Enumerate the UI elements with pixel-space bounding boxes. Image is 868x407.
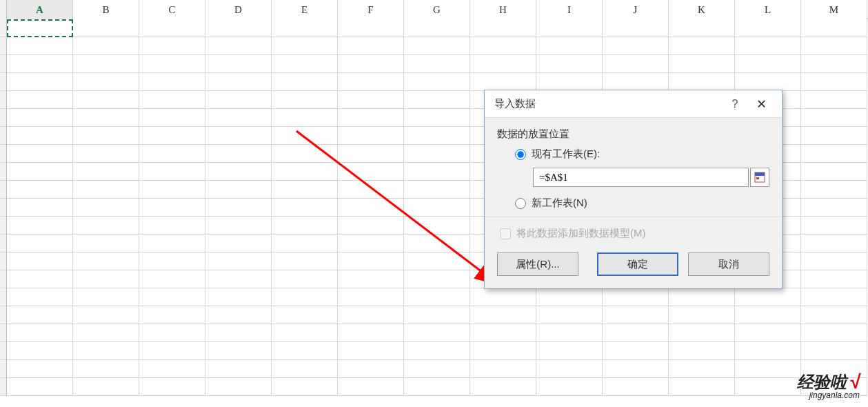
cell[interactable] (735, 73, 801, 91)
row-header[interactable] (0, 163, 7, 181)
row-header[interactable] (0, 217, 7, 235)
cell[interactable] (7, 181, 73, 199)
cell[interactable] (669, 378, 735, 396)
cell[interactable] (801, 217, 867, 235)
cell[interactable] (73, 109, 139, 127)
cell[interactable] (338, 181, 404, 199)
row-header[interactable] (0, 145, 7, 163)
cell[interactable] (73, 378, 139, 396)
cell[interactable] (404, 19, 470, 37)
col-header-H[interactable]: H (470, 0, 536, 19)
cell[interactable] (205, 217, 272, 235)
row-header[interactable] (0, 342, 7, 360)
cell[interactable] (536, 342, 603, 360)
col-header-K[interactable]: K (669, 0, 735, 19)
cell[interactable] (7, 378, 73, 396)
cell[interactable] (404, 109, 470, 127)
row-header[interactable] (0, 37, 7, 55)
cell[interactable] (205, 378, 272, 396)
cell[interactable] (272, 163, 338, 181)
cell[interactable] (603, 378, 669, 396)
cell[interactable] (205, 342, 272, 360)
cell[interactable] (669, 19, 735, 37)
cell[interactable] (801, 199, 867, 217)
cell[interactable] (735, 55, 801, 73)
cell[interactable] (338, 19, 404, 37)
cell[interactable] (272, 145, 338, 163)
cell[interactable] (603, 55, 669, 73)
cell[interactable] (139, 91, 205, 109)
cell[interactable] (73, 55, 139, 73)
cell[interactable] (272, 199, 338, 217)
cell[interactable] (272, 181, 338, 199)
cell[interactable] (603, 342, 669, 360)
cell[interactable] (7, 270, 73, 288)
col-header-B[interactable]: B (73, 0, 139, 19)
cell[interactable] (205, 163, 272, 181)
cell[interactable] (139, 37, 205, 55)
cell[interactable] (272, 360, 338, 378)
cell[interactable] (470, 324, 536, 342)
cell[interactable] (139, 199, 205, 217)
cell[interactable] (73, 360, 139, 378)
cell[interactable] (272, 127, 338, 145)
cell[interactable] (801, 37, 867, 55)
cell[interactable] (73, 145, 139, 163)
cell[interactable] (205, 235, 272, 252)
col-header-I[interactable]: I (536, 0, 603, 19)
cell[interactable] (73, 73, 139, 91)
cell[interactable] (470, 288, 536, 306)
cell[interactable] (205, 19, 272, 37)
cell[interactable] (404, 378, 470, 396)
cell[interactable] (801, 324, 867, 342)
cell[interactable] (338, 288, 404, 306)
cell[interactable] (404, 145, 470, 163)
cell[interactable] (272, 55, 338, 73)
cell[interactable] (272, 217, 338, 235)
cell[interactable] (205, 145, 272, 163)
cell[interactable] (603, 288, 669, 306)
cell[interactable] (139, 163, 205, 181)
cell[interactable] (205, 37, 272, 55)
row-header[interactable] (0, 199, 7, 217)
cell[interactable] (338, 235, 404, 252)
cell[interactable] (801, 19, 867, 37)
cell[interactable] (669, 73, 735, 91)
cell[interactable] (139, 73, 205, 91)
cell[interactable] (801, 270, 867, 288)
cell[interactable] (801, 235, 867, 252)
cell[interactable] (7, 145, 73, 163)
cell[interactable] (470, 55, 536, 73)
cell[interactable] (205, 252, 272, 270)
cell[interactable] (7, 163, 73, 181)
properties-button[interactable]: 属性(R)... (497, 252, 578, 276)
cell[interactable] (470, 19, 536, 37)
cell[interactable] (139, 324, 205, 342)
cell[interactable] (669, 342, 735, 360)
dialog-titlebar[interactable]: 导入数据 ? ✕ (485, 90, 782, 118)
cell[interactable] (338, 37, 404, 55)
cell[interactable] (205, 199, 272, 217)
cell[interactable] (272, 91, 338, 109)
cell[interactable] (7, 288, 73, 306)
cell[interactable] (470, 360, 536, 378)
cell[interactable] (669, 37, 735, 55)
cell[interactable] (801, 73, 867, 91)
cell[interactable] (338, 360, 404, 378)
cell[interactable] (404, 270, 470, 288)
cell[interactable] (801, 91, 867, 109)
cell[interactable] (139, 235, 205, 252)
cell[interactable] (669, 288, 735, 306)
cell[interactable] (73, 235, 139, 252)
cell[interactable] (139, 270, 205, 288)
cell[interactable] (338, 127, 404, 145)
cell[interactable] (404, 181, 470, 199)
cell[interactable] (139, 127, 205, 145)
col-header-D[interactable]: D (205, 0, 272, 19)
row-header[interactable] (0, 127, 7, 145)
radio-new-sheet[interactable]: 新工作表(N) (515, 197, 769, 210)
col-header-L[interactable]: L (735, 0, 801, 19)
cell[interactable] (7, 342, 73, 360)
cell[interactable] (536, 73, 603, 91)
cell[interactable] (603, 73, 669, 91)
